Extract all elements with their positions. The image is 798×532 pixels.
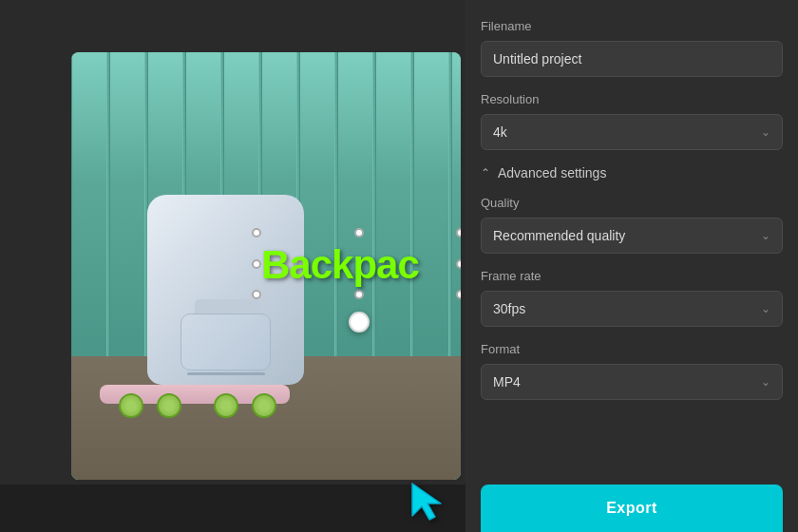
framerate-chevron-icon: ⌄: [761, 302, 770, 315]
quality-label: Quality: [481, 196, 783, 210]
advanced-settings-label: Advanced settings: [498, 165, 606, 180]
quality-value: Recommended quality: [493, 228, 625, 243]
framerate-value: 30fps: [493, 301, 525, 316]
filename-label: Filename: [481, 19, 783, 33]
framerate-label: Frame rate: [481, 269, 783, 283]
skateboard-object: [100, 380, 290, 418]
handle-top-right[interactable]: [456, 228, 461, 238]
advanced-toggle-icon: ⌃: [481, 166, 490, 180]
text-overlay[interactable]: Backpac: [261, 242, 419, 288]
rotate-handle[interactable]: [349, 312, 370, 332]
handle-top-mid[interactable]: [354, 228, 364, 238]
framerate-select[interactable]: 30fps ⌄: [481, 291, 783, 327]
handle-mid-right[interactable]: [456, 259, 461, 269]
video-preview: Backpac: [71, 52, 461, 480]
handle-bot-left[interactable]: [252, 290, 261, 299]
format-select[interactable]: MP4 ⌄: [481, 364, 783, 400]
export-panel: Filename Resolution 4k ⌄ ⌃ Advanced sett…: [466, 0, 798, 532]
handle-bot-right[interactable]: [456, 290, 461, 299]
resolution-value: 4k: [493, 124, 507, 140]
resolution-chevron-icon: ⌄: [761, 125, 770, 139]
handle-bot-mid[interactable]: [354, 290, 364, 299]
preview-bottom-bar: [0, 484, 466, 532]
quality-select[interactable]: Recommended quality ⌄: [481, 218, 783, 254]
fields-container: Filename Resolution 4k ⌄ ⌃ Advanced sett…: [481, 19, 783, 532]
resolution-label: Resolution: [481, 92, 783, 106]
filename-input[interactable]: [481, 41, 783, 77]
handle-mid-left[interactable]: [252, 259, 261, 269]
format-label: Format: [481, 342, 783, 356]
format-value: MP4: [493, 374, 521, 390]
handle-top-left[interactable]: [252, 228, 261, 238]
format-chevron-icon: ⌄: [761, 375, 770, 389]
advanced-settings-toggle[interactable]: ⌃ Advanced settings: [481, 165, 783, 180]
quality-chevron-icon: ⌄: [761, 229, 770, 242]
svg-marker-0: [412, 484, 441, 520]
preview-area: Backpac: [0, 0, 466, 532]
export-button[interactable]: Export: [481, 484, 783, 532]
resolution-select[interactable]: 4k ⌄: [481, 114, 783, 150]
